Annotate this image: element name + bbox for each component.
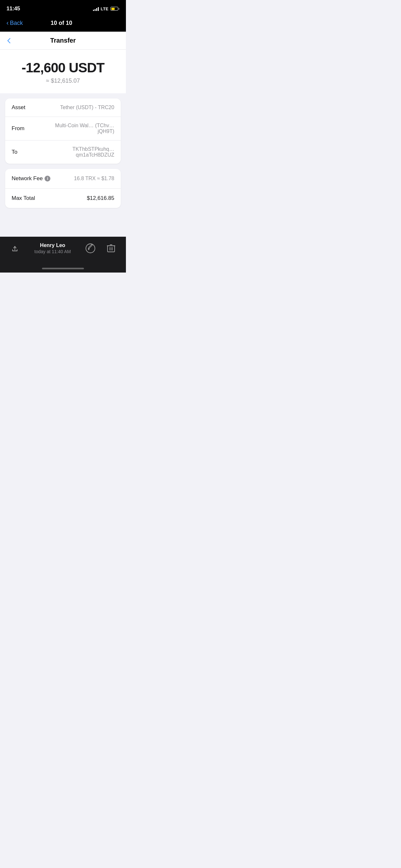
share-button[interactable] (8, 241, 22, 255)
inner-nav: Transfer (0, 32, 126, 50)
inner-title: Transfer (50, 37, 76, 44)
svg-point-1 (86, 244, 95, 253)
main-content: Transfer -12,600 USDT ≈ $12,615.07 Asset… (0, 32, 126, 237)
info-icon[interactable]: i (44, 176, 50, 182)
from-value: Multi-Coin Wal… (TChv…jQH9T) (43, 123, 114, 134)
toolbar-user-name: Henry Leo (40, 243, 65, 248)
max-total-label: Max Total (11, 195, 35, 202)
delete-button[interactable] (104, 241, 118, 255)
signal-icon (93, 6, 99, 11)
from-row: From Multi-Coin Wal… (TChv…jQH9T) (5, 117, 121, 141)
amount-section: -12,600 USDT ≈ $12,615.07 (0, 50, 126, 93)
from-label: From (11, 125, 25, 132)
amount-primary: -12,600 USDT (22, 60, 104, 75)
toolbar-center: Henry Leo today at 11:40 AM (35, 243, 71, 254)
bottom-toolbar: Henry Leo today at 11:40 AM (0, 237, 126, 265)
details-card: Asset Tether (USDT) - TRC20 From Multi-C… (5, 98, 121, 164)
network-fee-label-group: Network Fee i (11, 175, 50, 182)
asset-row: Asset Tether (USDT) - TRC20 (5, 98, 121, 117)
nav-bar: ‹ Back 10 of 10 (0, 16, 126, 32)
toolbar-timestamp: today at 11:40 AM (35, 249, 71, 254)
status-icons: LTE (93, 6, 120, 11)
toolbar-icon-group (83, 241, 118, 255)
back-button[interactable]: ‹ Back (6, 20, 23, 27)
edit-button[interactable] (83, 241, 97, 255)
to-value: TKThbSTPkuhq…qm1aTcH8DZUZ (43, 146, 114, 158)
to-row: To TKThbSTPkuhq…qm1aTcH8DZUZ (5, 141, 121, 164)
status-bar: 11:45 LTE (0, 0, 126, 16)
status-time: 11:45 (6, 5, 20, 12)
max-total-row: Max Total $12,616.85 (5, 189, 121, 208)
to-label: To (11, 149, 18, 155)
network-fee-value: 16.8 TRX ≈ $1.78 (74, 176, 114, 182)
amount-secondary: ≈ $12,615.07 (46, 78, 80, 84)
home-pill (42, 268, 84, 269)
home-indicator (0, 265, 126, 273)
back-label: Back (10, 20, 23, 27)
max-total-value: $12,616.85 (87, 195, 114, 202)
nav-title: 10 of 10 (51, 20, 72, 27)
network-fee-row: Network Fee i 16.8 TRX ≈ $1.78 (5, 169, 121, 189)
inner-back-button[interactable] (5, 37, 13, 44)
network-fee-label: Network Fee (11, 175, 42, 182)
content-spacer (0, 208, 126, 237)
network-type: LTE (101, 6, 109, 11)
fee-card: Network Fee i 16.8 TRX ≈ $1.78 Max Total… (5, 169, 121, 208)
back-chevron-icon: ‹ (6, 19, 9, 27)
battery-icon (111, 7, 120, 11)
asset-value: Tether (USDT) - TRC20 (60, 104, 114, 111)
asset-label: Asset (11, 104, 26, 111)
